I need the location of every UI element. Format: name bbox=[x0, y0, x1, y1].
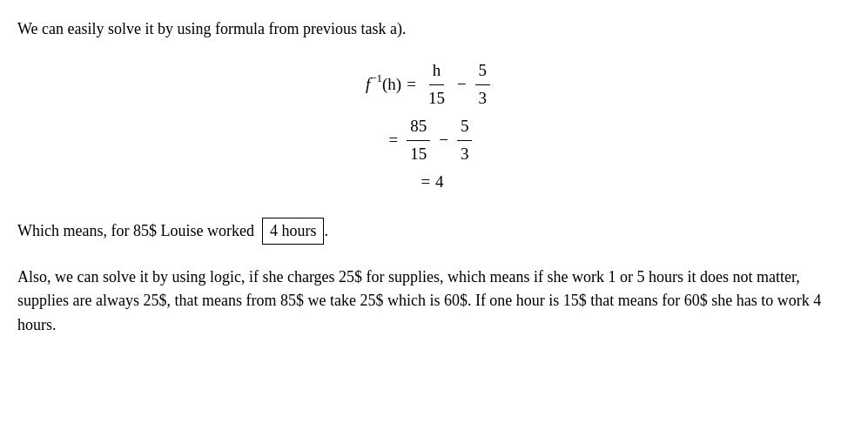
math-line-1: f−1 (h) = h 15 − 5 3 bbox=[366, 58, 494, 111]
fraction-5-3-first: 5 3 bbox=[475, 58, 491, 111]
frac3-denominator: 15 bbox=[407, 141, 430, 167]
result-value: 4 bbox=[435, 170, 444, 195]
equals-1: = bbox=[407, 72, 416, 97]
frac2-numerator: 5 bbox=[475, 58, 491, 85]
frac1-denominator: 15 bbox=[425, 85, 448, 111]
fraction-h-15: h 15 bbox=[425, 58, 448, 111]
logic-text: Also, we can solve it by using logic, if… bbox=[17, 268, 821, 334]
fraction-5-3-second: 5 3 bbox=[457, 114, 473, 166]
frac4-numerator: 5 bbox=[457, 114, 473, 141]
equals-3: = bbox=[421, 170, 430, 195]
math-block: f−1 (h) = h 15 − 5 3 = 85 15 − 5 3 = 4 bbox=[17, 57, 842, 197]
equals-2: = bbox=[389, 128, 399, 153]
superscript: −1 bbox=[370, 71, 382, 84]
function-name: f−1 bbox=[366, 71, 382, 97]
function-arg: (h) bbox=[382, 72, 401, 97]
frac3-numerator: 85 bbox=[407, 114, 430, 141]
answer-suffix: . bbox=[324, 222, 328, 239]
frac1-numerator: h bbox=[429, 58, 445, 85]
minus-1: − bbox=[457, 72, 467, 97]
intro-text: We can easily solve it by using formula … bbox=[17, 20, 406, 37]
answer-paragraph: Which means, for 85$ Louise worked 4 hou… bbox=[17, 218, 842, 245]
boxed-value: 4 hours bbox=[262, 218, 325, 245]
math-line-2: = 85 15 − 5 3 bbox=[384, 114, 476, 166]
answer-prefix: Which means, for 85$ Louise worked bbox=[17, 222, 254, 239]
frac4-denominator: 3 bbox=[457, 141, 473, 167]
intro-paragraph: We can easily solve it by using formula … bbox=[17, 17, 842, 41]
frac2-denominator: 3 bbox=[475, 85, 491, 111]
fraction-85-15: 85 15 bbox=[407, 114, 430, 166]
math-line-3: = 4 bbox=[415, 170, 443, 195]
logic-paragraph: Also, we can solve it by using logic, if… bbox=[17, 266, 842, 339]
minus-2: − bbox=[439, 128, 448, 153]
